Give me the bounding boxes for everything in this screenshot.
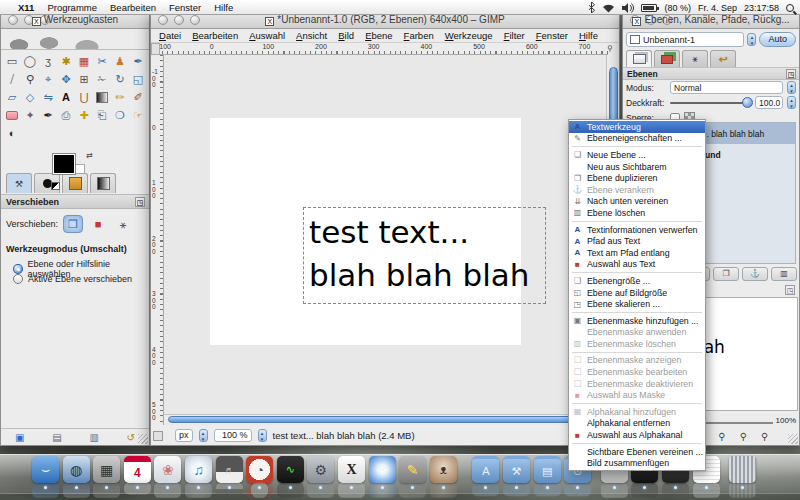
menu-item-ebene-duplizieren[interactable]: ❐Ebene duplizieren <box>569 172 705 184</box>
dock-safari[interactable]: ✧ <box>369 456 396 483</box>
unit-stepper-icon[interactable]: ▴▾ <box>199 429 208 442</box>
menubar-item-fenster[interactable]: Fenster <box>169 2 201 13</box>
pencil-tool[interactable]: ✏ <box>111 88 129 106</box>
mode-stepper-icon[interactable]: ▴▾ <box>787 81 796 94</box>
alignment-tool[interactable]: ⊞ <box>75 70 93 88</box>
menu-item-auswahl-aus-text[interactable]: ■Auswahl aus Text <box>569 259 705 271</box>
eraser-tool[interactable] <box>3 106 21 124</box>
dock-itunes[interactable]: ♫ <box>185 456 212 483</box>
resize-grip[interactable] <box>138 434 148 444</box>
paintbrush-tool[interactable]: ✐ <box>129 88 147 106</box>
tab-channels[interactable] <box>654 50 680 67</box>
menu-item-ebenenmaske-bearbeiten[interactable]: ☐Ebenenmaske bearbeiten <box>569 366 705 378</box>
bucket-fill-tool[interactable]: ⋃ <box>75 88 93 106</box>
airbrush-tool[interactable]: ✦ <box>21 106 39 124</box>
dock-folder-applications[interactable]: A <box>472 456 499 483</box>
auto-button[interactable]: Auto <box>759 32 796 47</box>
menu-bild[interactable]: Bild <box>338 30 354 41</box>
dock-ical[interactable]: 4 <box>124 456 151 483</box>
select-by-color-tool[interactable]: ▦ <box>75 52 93 70</box>
move-layer-button[interactable]: ❐ <box>63 215 83 233</box>
menu-ebene[interactable]: Ebene <box>365 30 392 41</box>
menu-item-ebenenmaske-anzeigen[interactable]: ☐Ebenenmaske anzeigen <box>569 355 705 367</box>
blend-tool[interactable] <box>93 88 111 106</box>
menu-item-ebene-skalieren[interactable]: ◳Ebene skalieren ... <box>569 298 705 310</box>
dock-activity-monitor[interactable]: ∿ <box>277 456 304 483</box>
dock-gimp[interactable]: ᴥ <box>430 456 457 483</box>
menu-item-nach-unten-vereinen[interactable]: ⇊Nach unten vereinen <box>569 196 705 208</box>
foreground-color-swatch[interactable] <box>53 154 75 174</box>
save-options-icon[interactable]: ▣ <box>15 432 24 443</box>
menubar-item-bearbeiten[interactable]: Bearbeiten <box>110 2 156 13</box>
menu-item-pfad-aus-text[interactable]: APfad aus Text <box>569 235 705 247</box>
menu-auswahl[interactable]: Auswahl <box>249 30 285 41</box>
text-layer-box[interactable]: test text... blah blah blah <box>303 207 546 304</box>
zoom-fill-icon[interactable]: ⚲ <box>761 431 768 442</box>
menu-item-bild-zusammenfügen[interactable]: Bild zusammenfügen <box>569 457 705 469</box>
blur-sharpen-tool[interactable]: ❍ <box>111 106 129 124</box>
opacity-stepper-icon[interactable]: ▴▾ <box>787 96 796 109</box>
delete-options-icon[interactable]: ▥ <box>89 432 98 443</box>
wifi-icon[interactable] <box>602 3 615 13</box>
delete-layer-button[interactable]: ▥ <box>771 267 797 281</box>
fuzzy-select-tool[interactable]: ✱ <box>57 52 75 70</box>
dock-trash[interactable] <box>729 456 756 483</box>
measure-tool[interactable]: ⌖ <box>39 70 57 88</box>
horizontal-ruler[interactable]: -1000100200300400500600700 <box>151 43 608 55</box>
vertical-ruler[interactable]: -1000100200300400500 <box>151 55 164 426</box>
smudge-tool[interactable]: ☞ <box>129 106 147 124</box>
menubar-item-programme[interactable]: Programme <box>47 2 97 13</box>
reset-options-icon[interactable]: ↺ <box>127 432 135 443</box>
menu-item-text-am-pfad-entlang[interactable]: AText am Pfad entlang <box>569 247 705 259</box>
menu-item-ebenengröße[interactable]: ❑Ebenengröße ... <box>569 275 705 287</box>
tab-tool-options[interactable]: ⚒ <box>6 173 32 193</box>
ink-tool[interactable]: ✒ <box>39 106 57 124</box>
dock-folder-documents[interactable]: ▤ <box>534 456 561 483</box>
menu-filter[interactable]: Filter <box>504 30 525 41</box>
menu-item-auswahl-aus-alphakanal[interactable]: ■Auswahl aus Alphakanal <box>569 429 705 441</box>
scale-tool[interactable]: ◱ <box>129 70 147 88</box>
menu-item-ebeneneigenschaften[interactable]: ✎Ebeneneigenschaften ... <box>569 133 705 145</box>
opacity-slider[interactable] <box>670 102 751 104</box>
spotlight-icon[interactable] <box>786 4 794 12</box>
scissors-select-tool[interactable]: ✂ <box>93 52 111 70</box>
rectangle-select-tool[interactable]: ▭ <box>3 52 21 70</box>
menu-farben[interactable]: Farben <box>404 30 434 41</box>
zoom-spin[interactable]: 100 % <box>214 429 252 442</box>
text-tool[interactable]: A <box>57 88 75 106</box>
panel-menu-button[interactable]: ◳ <box>785 285 795 295</box>
duplicate-layer-button[interactable]: ❐ <box>713 267 739 281</box>
dodge-burn-tool[interactable]: ◐ <box>3 124 21 142</box>
perspective-tool[interactable]: ◇ <box>21 88 39 106</box>
tab-gradients[interactable] <box>90 173 116 193</box>
dock-iphoto[interactable]: ❀ <box>154 456 181 483</box>
horizontal-scrollbar[interactable] <box>164 414 608 424</box>
free-select-tool[interactable]: ʒ <box>39 52 57 70</box>
swap-colors-icon[interactable]: ⇄ <box>86 151 93 160</box>
perspective-clone-tool[interactable]: ⎗ <box>93 106 111 124</box>
panel-menu-button[interactable]: ◳ <box>786 69 796 79</box>
dock-calculator[interactable]: ▦ <box>93 456 120 483</box>
dock-finder[interactable]: ⌣ <box>32 456 59 483</box>
battery-icon[interactable] <box>641 4 657 12</box>
opacity-value[interactable]: 100.0 <box>755 96 783 109</box>
tab-layers[interactable] <box>626 50 652 67</box>
restore-options-icon[interactable]: ▤ <box>52 432 61 443</box>
menu-item-ebene-auf-bildgröße[interactable]: ◱Ebene auf Bildgröße <box>569 287 705 299</box>
heal-tool[interactable]: ✚ <box>75 106 93 124</box>
crop-tool[interactable]: ✁ <box>93 70 111 88</box>
image-select-stepper-icon[interactable]: ▴▾ <box>747 33 756 46</box>
bluetooth-icon[interactable] <box>588 2 595 13</box>
menu-werkzeuge[interactable]: Werkzeuge <box>445 30 493 41</box>
shear-tool[interactable]: ▱ <box>3 88 21 106</box>
menu-item-ebenenmaske-hinzufügen[interactable]: ▣Ebenenmaske hinzufügen ... <box>569 315 705 327</box>
move-tool[interactable]: ✥ <box>57 70 75 88</box>
dock-camino-browser[interactable]: ◍ <box>63 456 90 483</box>
zoom-stepper-icon[interactable]: ▴▾ <box>258 429 267 442</box>
zoom-follow-window-icon[interactable]: ⚲ <box>607 44 617 54</box>
tab-patterns[interactable] <box>62 173 88 193</box>
zoom-fit-icon[interactable]: ⚲ <box>740 431 747 442</box>
move-path-button[interactable]: ⚹ <box>113 215 133 233</box>
ruler-corner-button[interactable] <box>151 43 160 55</box>
dock-art-tool[interactable]: ✎ <box>399 456 426 483</box>
